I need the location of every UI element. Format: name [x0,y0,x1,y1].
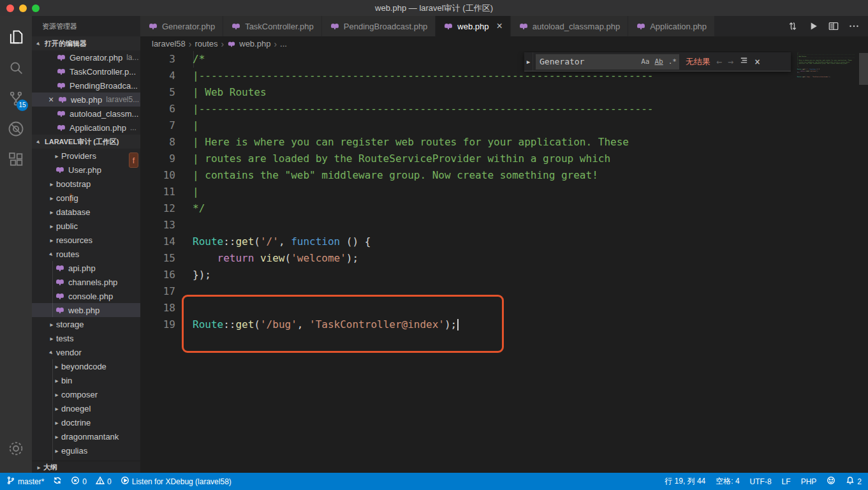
open-editor-Application.php[interactable]: Application.php... [32,121,140,135]
breadcrumb-item-laravel58[interactable]: laravel58 [152,39,186,48]
tree-item-erusev[interactable]: ▸erusev [32,457,140,461]
workspace-header[interactable]: ▸ LARAVEL审计 (工作区) [32,135,140,149]
breadcrumb-item-web.php[interactable]: web.php [239,39,270,48]
tree-item-dragonmantank[interactable]: ▸dragonmantank [32,429,140,443]
chevron-collapsed-icon[interactable]: ▸ [47,237,56,244]
tree-item-console.php[interactable]: console.php [32,289,140,303]
line-number[interactable]: 9 [140,151,175,167]
code-line-12[interactable]: 12*/ [140,200,868,217]
regex-icon[interactable]: .* [666,57,679,66]
line-number[interactable]: 15 [140,250,175,267]
chevron-collapsed-icon[interactable]: ▸ [52,152,61,160]
statusbar-0[interactable]: 0 [71,476,87,487]
line-number[interactable]: 18 [140,300,175,316]
code-editor[interactable]: 3/*4|-----------------------------------… [140,51,868,473]
more-actions-icon[interactable] [845,17,863,35]
chevron-collapsed-icon[interactable]: ▸ [52,433,61,440]
code-line-5[interactable]: 5| Web Routes [140,84,868,101]
breadcrumb-item-routes[interactable]: routes [195,39,217,48]
statusbar-sync[interactable] [53,476,62,487]
line-number[interactable]: 19 [140,316,175,333]
tree-item-routes[interactable]: ▸routes [32,247,140,261]
tree-item-storage[interactable]: ▸storage [32,317,140,331]
line-number[interactable]: 7 [140,117,175,134]
close-window-button[interactable] [6,4,14,12]
close-icon[interactable]: × [46,94,56,105]
activity-explorer[interactable] [1,23,31,54]
statusbar-Listen for XDebug (laravel58)[interactable]: Listen for XDebug (laravel58) [121,476,232,487]
tree-item-beyondcode[interactable]: ▸beyondcode [32,359,140,373]
line-number[interactable]: 10 [140,167,175,184]
line-number[interactable]: 17 [140,283,175,300]
chevron-collapsed-icon[interactable]: ▸ [52,363,61,370]
tree-item-dnoegel[interactable]: ▸dnoegel [32,401,140,415]
tree-item-bin[interactable]: ▸bin [32,373,140,387]
code-line-13[interactable]: 13 [140,217,868,234]
tab-TaskController.php[interactable]: TaskController.php [223,16,322,36]
tree-item-doctrine[interactable]: ▸doctrine [32,415,140,429]
code-line-7[interactable]: 7| [140,117,868,134]
find-input[interactable] [536,57,638,66]
line-number[interactable]: 13 [140,217,175,234]
line-number[interactable]: 4 [140,68,175,84]
tree-item-tests[interactable]: ▸tests [32,331,140,345]
open-editors-header[interactable]: ▸ 打开的编辑器 [32,36,140,50]
statusbar-smiley[interactable] [827,476,835,487]
line-number[interactable]: 16 [140,267,175,283]
tab-web.php[interactable]: web.php× [436,16,511,36]
tree-item-composer[interactable]: ▸composer [32,387,140,401]
close-find-icon[interactable]: × [754,56,760,68]
line-number[interactable]: 6 [140,101,175,117]
previous-match-icon[interactable]: ← [716,56,722,68]
minimize-window-button[interactable] [19,4,27,12]
code-line-9[interactable]: 9| routes are loaded by the RouteService… [140,151,868,167]
breadcrumb-item-...[interactable]: ... [280,39,287,48]
activity-settings-gear[interactable] [1,434,31,465]
statusbar-UTF-8[interactable]: UTF-8 [750,477,772,486]
code-line-10[interactable]: 10| contains the "web" middleware group.… [140,167,868,184]
activity-source-control[interactable]: 15 [1,84,31,115]
tree-item-web.php[interactable]: web.php [32,303,140,317]
tree-item-bootstrap[interactable]: ▸bootstrap [32,177,140,191]
run-play-icon[interactable] [804,17,822,35]
open-editor-autoload_classm...[interactable]: autoload_classm... [32,107,140,121]
zoom-window-button[interactable] [32,4,40,12]
tab-PendingBroadcast.php[interactable]: PendingBroadcast.php [322,16,436,36]
statusbar-行 19, 列 44[interactable]: 行 19, 列 44 [665,476,705,487]
tree-item-public[interactable]: ▸public [32,219,140,233]
statusbar-0[interactable]: 0 [96,476,112,487]
synchronize-changes-icon[interactable] [784,17,802,35]
code-line-8[interactable]: 8| Here is where you can register web ro… [140,134,868,151]
line-number[interactable]: 14 [140,234,175,250]
code-line-15[interactable]: 15 return view('welcome'); [140,250,868,267]
chevron-collapsed-icon[interactable]: ▸ [47,209,56,216]
minimap[interactable]: /*|-------------------------------------… [797,52,859,77]
chevron-collapsed-icon[interactable]: ▸ [47,181,56,188]
tree-item-resources[interactable]: ▸resources [32,233,140,247]
statusbar-2[interactable]: 2 [846,476,862,487]
split-editor-icon[interactable] [825,17,842,35]
tree-item-vendor[interactable]: ▸vendor [32,345,140,359]
open-editor-web.php[interactable]: ×web.phplaravel5... [32,93,140,107]
match-case-icon[interactable]: Aa [638,57,652,66]
tab-Application.php[interactable]: Application.php [628,16,715,36]
line-number[interactable]: 5 [140,84,175,101]
tree-item-Providers[interactable]: ▸Providers [32,149,140,163]
statusbar-空格: 4[interactable]: 空格: 4 [716,476,739,487]
statusbar-LF[interactable]: LF [782,477,791,486]
tree-item-User.php[interactable]: User.php [32,163,140,177]
tree-item-config[interactable]: ▸config [32,191,140,205]
outline-section-header[interactable]: ▸ 大纲 [32,461,140,473]
tree-item-api.php[interactable]: api.php [32,261,140,275]
code-line-14[interactable]: 14Route::get('/', function () { [140,234,868,250]
tree-item-channels.php[interactable]: channels.php [32,275,140,289]
open-editor-TaskController.p...[interactable]: TaskController.p... [32,64,140,78]
tree-item-egulias[interactable]: ▸egulias [32,443,140,457]
line-number[interactable]: 3 [140,51,175,68]
code-line-11[interactable]: 11| [140,184,868,200]
tab-autoload_classmap.php[interactable]: autoload_classmap.php [511,16,628,36]
line-number[interactable]: 11 [140,184,175,200]
tab-Generator.php[interactable]: Generator.php [140,16,223,36]
chevron-collapsed-icon[interactable]: ▸ [52,405,61,412]
close-icon[interactable]: × [497,20,503,32]
